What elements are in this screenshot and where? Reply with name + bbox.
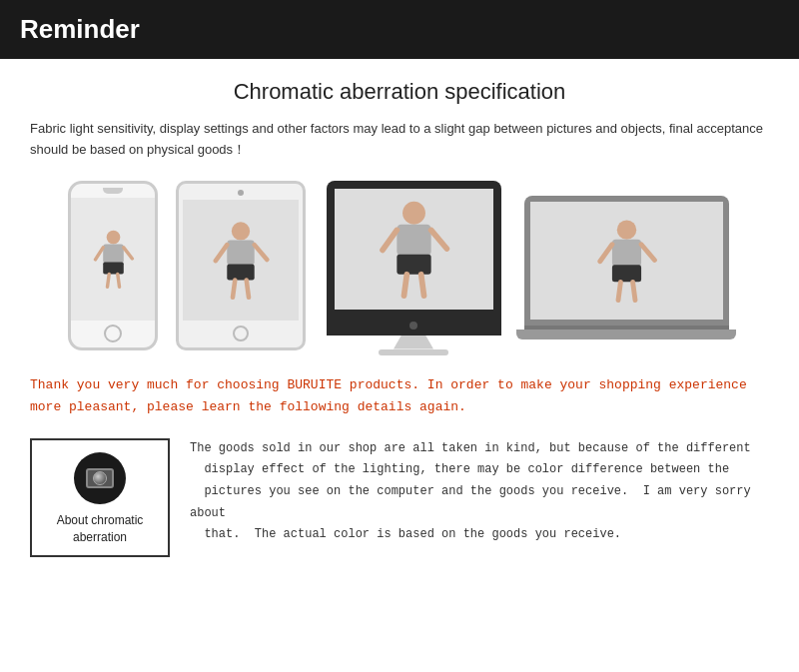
imac-camera (409, 322, 417, 330)
svg-line-2 (95, 248, 103, 260)
tablet-dot (238, 190, 244, 196)
chromatic-aberration-box: About chromaticaberration (30, 438, 170, 558)
svg-rect-18 (397, 255, 430, 275)
svg-rect-22 (611, 240, 640, 267)
device-tablet (176, 181, 306, 350)
svg-line-17 (430, 231, 446, 250)
phone-screen (71, 198, 155, 321)
tablet-man-figure (211, 220, 271, 300)
svg-rect-11 (227, 265, 254, 281)
phone-man-figure (91, 229, 136, 289)
svg-line-5 (107, 275, 109, 288)
svg-rect-8 (227, 241, 254, 266)
laptop-screen-border (524, 196, 729, 326)
svg-line-16 (383, 231, 397, 251)
laptop-base (516, 330, 736, 339)
svg-line-19 (403, 275, 406, 296)
svg-line-13 (247, 281, 249, 298)
imac-stand (394, 336, 433, 349)
svg-point-21 (616, 221, 635, 240)
chromatic-label: About chromaticaberration (57, 512, 144, 546)
laptop-hinge (524, 326, 729, 330)
camera-icon (86, 468, 114, 488)
section-title: Chromatic aberration specification (30, 79, 769, 105)
chromatic-description: The goods sold in our shop are all taken… (190, 438, 769, 546)
svg-line-9 (216, 245, 227, 261)
device-laptop (521, 196, 731, 350)
svg-point-14 (402, 202, 425, 225)
header-title: Reminder (20, 14, 140, 44)
imac-chin (327, 316, 501, 336)
thank-you-text: Thank you very much for choosing BURUITE… (30, 374, 769, 418)
device-imac (324, 181, 503, 350)
subtitle-text: Fabric light sensitivity, display settin… (30, 119, 769, 161)
svg-point-7 (232, 222, 250, 240)
laptop-screen (530, 202, 723, 320)
svg-rect-4 (103, 263, 124, 275)
device-phone (68, 181, 158, 350)
header-bar: Reminder (0, 0, 799, 59)
svg-line-27 (632, 282, 634, 300)
tablet-screen (183, 200, 299, 321)
svg-line-10 (255, 245, 268, 260)
laptop-man-figure (594, 218, 659, 303)
lens-icon (93, 471, 107, 485)
imac-screen (335, 189, 493, 310)
main-content: Chromatic aberration specification Fabri… (0, 59, 799, 587)
chromatic-icon (74, 452, 126, 504)
svg-line-12 (233, 281, 235, 298)
svg-line-6 (117, 275, 119, 288)
svg-line-24 (641, 245, 654, 261)
svg-line-26 (618, 282, 620, 300)
svg-rect-25 (611, 265, 640, 282)
info-row: About chromaticaberration The goods sold… (30, 438, 769, 558)
imac-base (379, 349, 448, 355)
imac-man-figure (377, 199, 451, 299)
tablet-home-button (233, 326, 249, 341)
svg-point-0 (106, 231, 120, 245)
phone-notch (103, 188, 123, 194)
devices-row (30, 181, 769, 350)
svg-line-20 (420, 275, 423, 296)
svg-rect-15 (397, 225, 430, 256)
svg-line-3 (123, 248, 132, 259)
svg-line-23 (599, 245, 611, 262)
phone-home-button (104, 325, 122, 342)
svg-rect-1 (103, 245, 124, 264)
